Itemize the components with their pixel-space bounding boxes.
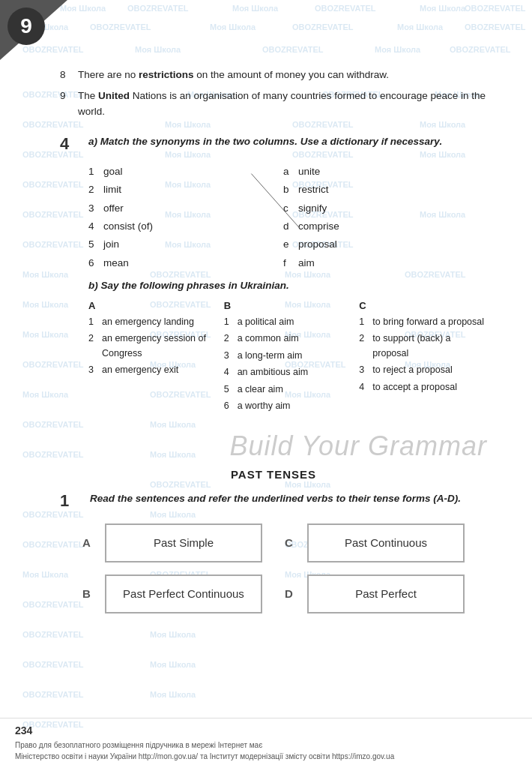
watermark-76: Моя Школа [150,660,196,669]
abc-col-a-header: A [88,298,217,314]
match-right-b: brestrict [283,181,388,199]
tense-box-c-wrapper: C Past Continuous [285,524,465,562]
footer-page-number: 234 [15,724,517,736]
match-left-5: 5join [88,236,238,254]
watermark-74: Моя Школа [150,630,196,639]
tense-boxes: A Past Simple C Past Continuous B Past P… [82,524,465,614]
tense-label-d: D [285,587,300,600]
sentence-text-9: The United Nations is an organisation of… [78,88,487,119]
abc-col-b-item-1: 1a political aim [224,315,352,329]
sentence-num-9: 9 [60,88,78,119]
match-right-a: aunite [283,163,388,181]
sentence-text-8: There are no restrictions on the amount … [78,68,487,82]
match-left-2: 2limit [88,181,238,199]
abc-col-a-item-2: 2an emergency session of Congress [88,332,217,361]
match-section: 1goal 2limit 3offer 4consist (of) 5join … [88,163,487,272]
byg-section: Build Your Grammar [60,430,487,462]
footer: 234 Право для безоплатного розміщення пі… [0,718,532,768]
past-tenses-heading: PAST TENSES [60,468,487,481]
tense-label-b: B [82,587,97,600]
match-right-c: csignify [283,200,388,218]
abc-col-b: B 1a political aim 2a common aim 3a long… [224,298,352,416]
watermark-73: OBOZREVATEL [22,630,83,639]
abc-col-a-item-1: 1an emergency landing [88,315,217,329]
abc-col-b-item-2: 2a common aim [224,332,352,346]
tense-box-c: Past Continuous [307,524,465,562]
abc-col-a: A 1an emergency landing 2an emergency se… [88,298,217,416]
abc-col-c-item-3: 3to reject a proposal [359,363,487,377]
match-left-4: 4consist (of) [88,218,238,236]
byg-title: Build Your Grammar [230,430,487,461]
watermark-78: Моя Школа [150,690,196,699]
abc-col-c-item-1: 1to bring forward a proposal [359,315,487,329]
sentence-item-9: 9 The United Nations is an organisation … [60,88,487,119]
match-right-d: dcomprise [283,218,388,236]
main-content: 8 There are no restrictions on the amoun… [0,0,532,628]
abc-col-b-header: B [224,298,352,314]
abc-columns: A 1an emergency landing 2an emergency se… [88,298,487,416]
tense-label-a: A [82,536,97,549]
watermark-75: OBOZREVATEL [22,660,83,669]
exercise-1-header: 1 Read the sentences and refer the under… [60,491,487,511]
match-right-f: faim [283,254,388,272]
abc-col-b-item-5: 5a clear aim [224,382,352,397]
tense-box-d: Past Perfect [307,574,465,614]
match-right-col: aunite brestrict csignify dcomprise epro… [238,163,388,272]
sentence-item-8: 8 There are no restrictions on the amoun… [60,68,487,82]
page: Моя ШколаOBOZREVATELМоя ШколаOBOZREVATEL… [0,0,532,768]
tense-box-d-wrapper: D Past Perfect [285,574,465,614]
tense-box-a-wrapper: A Past Simple [82,524,262,562]
abc-col-c-item-4: 4to accept a proposal [359,380,487,394]
abc-col-c: C 1to bring forward a proposal 2to suppo… [359,298,487,416]
abc-col-a-item-3: 3an emergency exit [88,363,217,377]
abc-col-b-item-6: 6a worthy aim [224,399,352,413]
abc-col-b-item-4: 4an ambitious aim [224,365,352,380]
exercise-1-number: 1 [60,491,82,511]
abc-col-c-header: C [359,298,487,314]
sentence-list: 8 There are no restrictions on the amoun… [60,68,487,119]
tense-box-b: Past Perfect Continuous [105,574,262,614]
exercise-4-title: a) Match the synonyms in the two columns… [88,134,442,149]
tense-label-c: C [285,536,300,549]
sentence-num-8: 8 [60,68,78,82]
abc-col-b-item-3: 3a long-term aim [224,349,352,363]
match-left-col: 1goal 2limit 3offer 4consist (of) 5join … [88,163,238,272]
page-chapter-number: 9 [7,8,45,45]
exercise-1-instruction: Read the sentences and refer the underli… [90,491,461,506]
tense-box-a: Past Simple [105,524,262,562]
exercise-4-header: 4 a) Match the synonyms in the two colum… [60,134,487,154]
tense-box-b-wrapper: B Past Perfect Continuous [82,574,262,614]
match-left-3: 3offer [88,200,238,218]
match-table: 1goal 2limit 3offer 4consist (of) 5join … [88,163,487,272]
match-left-1: 1goal [88,163,238,181]
match-left-6: 6mean [88,254,238,272]
abc-col-c-item-2: 2to support (back) a proposal [359,332,487,361]
exercise-4-part-b-title: b) Say the following phrases in Ukrainia… [88,280,487,291]
exercise-4-number: 4 [60,134,82,154]
footer-text: Право для безоплатного розміщення підруч… [15,740,517,762]
match-right-e: eproposal [283,236,388,254]
watermark-77: OBOZREVATEL [22,690,83,699]
